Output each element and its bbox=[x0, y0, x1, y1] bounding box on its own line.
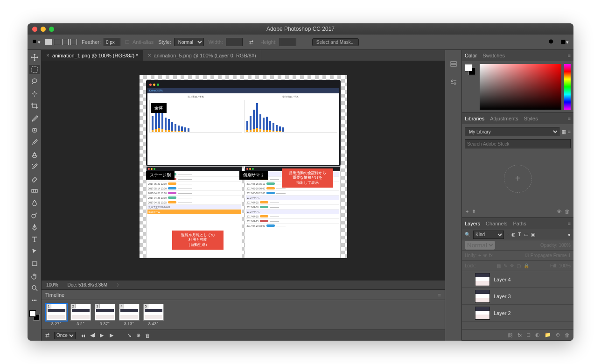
zoom-window-button[interactable] bbox=[49, 27, 54, 32]
color-swatch[interactable] bbox=[29, 310, 40, 321]
grid-view-icon[interactable]: ▦ bbox=[561, 129, 566, 135]
next-frame-button[interactable]: I▶ bbox=[108, 332, 113, 338]
properties-dock-icon[interactable] bbox=[448, 77, 459, 87]
library-drop-zone[interactable]: + bbox=[465, 151, 571, 206]
first-frame-button[interactable]: ⏮ bbox=[80, 333, 85, 338]
status-arrow-icon[interactable]: 〉 bbox=[117, 282, 121, 288]
search-icon[interactable] bbox=[547, 38, 556, 46]
move-tool[interactable] bbox=[29, 53, 40, 62]
sync-icon[interactable]: 👁 bbox=[557, 209, 562, 214]
new-layer-icon[interactable]: ⊕ bbox=[556, 332, 560, 338]
marquee-tool[interactable] bbox=[29, 65, 40, 74]
libraries-tab[interactable]: Libraries bbox=[465, 116, 484, 121]
layer-thumbnail[interactable] bbox=[475, 290, 490, 303]
tween-button[interactable]: ↘ bbox=[127, 332, 132, 338]
panel-menu-icon[interactable]: ≡ bbox=[568, 53, 571, 58]
timeline-frame[interactable]: 33.37˅ bbox=[94, 304, 116, 326]
layer-name[interactable]: Layer 2 bbox=[494, 310, 511, 316]
link-layers-icon[interactable]: ⛓ bbox=[508, 332, 513, 338]
filter-adjust-icon[interactable]: ◐ bbox=[511, 232, 516, 237]
dodge-tool[interactable] bbox=[29, 210, 40, 220]
timeline-frame[interactable]: 43.13˅ bbox=[118, 304, 140, 326]
gradient-tool[interactable] bbox=[29, 186, 40, 196]
filter-toggle-icon[interactable]: ● bbox=[568, 232, 571, 237]
convert-timeline-icon[interactable]: ⇄ bbox=[45, 332, 49, 338]
list-view-icon[interactable]: ≡ bbox=[568, 129, 571, 134]
delete-frame-button[interactable]: 🗑 bbox=[145, 333, 150, 338]
blur-tool[interactable] bbox=[29, 198, 40, 208]
color-swatch[interactable] bbox=[465, 64, 477, 110]
styles-tab[interactable]: Styles bbox=[524, 116, 538, 121]
add-content-icon[interactable]: + bbox=[466, 209, 468, 214]
filter-smart-icon[interactable]: ▣ bbox=[531, 232, 535, 237]
zoom-tool[interactable] bbox=[29, 283, 40, 293]
adjustment-layer-icon[interactable]: ◐ bbox=[535, 332, 540, 338]
channels-tab[interactable]: Channels bbox=[486, 221, 507, 226]
prev-frame-button[interactable]: ◀I bbox=[90, 332, 95, 338]
history-brush-tool[interactable] bbox=[29, 162, 40, 171]
stock-search-input[interactable] bbox=[465, 139, 571, 148]
panel-menu-icon[interactable]: ≡ bbox=[438, 292, 441, 298]
crop-tool[interactable] bbox=[29, 101, 40, 111]
clone-stamp-tool[interactable] bbox=[29, 150, 40, 159]
workspace-switcher-icon[interactable]: ▾ bbox=[560, 38, 569, 46]
layer-thumbnail[interactable] bbox=[475, 307, 490, 320]
zoom-level[interactable]: 100% bbox=[46, 282, 58, 287]
layer-row[interactable]: Layer 4 bbox=[462, 271, 573, 288]
type-tool[interactable] bbox=[29, 235, 40, 244]
duplicate-frame-button[interactable]: ⊕ bbox=[136, 332, 140, 338]
library-select[interactable]: My Library bbox=[465, 127, 559, 136]
hue-slider[interactable] bbox=[564, 64, 571, 110]
delete-layer-icon[interactable]: 🗑 bbox=[565, 332, 570, 338]
pen-tool[interactable] bbox=[29, 223, 40, 232]
filter-type-icon[interactable]: T bbox=[518, 232, 521, 237]
healing-brush-tool[interactable] bbox=[29, 126, 40, 135]
layer-row[interactable]: Layer 3 bbox=[462, 288, 573, 305]
close-window-button[interactable] bbox=[32, 27, 37, 32]
timeline-frame[interactable]: 23.2˅ bbox=[70, 304, 92, 326]
eyedropper-tool[interactable] bbox=[29, 113, 40, 123]
style-select[interactable]: Normal bbox=[174, 38, 204, 46]
layer-filter-select[interactable]: Kind bbox=[473, 231, 504, 239]
close-tab-icon[interactable]: × bbox=[148, 52, 151, 59]
intersect-selection-button[interactable] bbox=[70, 39, 77, 45]
panel-menu-icon[interactable]: ≡ bbox=[568, 116, 571, 121]
delete-lib-icon[interactable]: 🗑 bbox=[565, 209, 570, 214]
layer-name[interactable]: Layer 4 bbox=[494, 277, 511, 282]
document-tab-2[interactable]: × animation_5.png @ 100% (Layer 0, RGB/8… bbox=[143, 50, 261, 61]
doc-size[interactable]: Doc: 516.8K/3.36M bbox=[68, 282, 108, 287]
layer-mask-icon[interactable]: ◻ bbox=[526, 332, 531, 338]
select-and-mask-button[interactable]: Select and Mask... bbox=[312, 38, 359, 46]
history-dock-icon[interactable] bbox=[448, 59, 459, 70]
quick-select-tool[interactable] bbox=[29, 89, 40, 98]
edit-toolbar-icon[interactable]: ••• bbox=[29, 295, 40, 305]
swatches-tab[interactable]: Swatches bbox=[482, 53, 505, 58]
hand-tool[interactable] bbox=[29, 271, 40, 280]
filter-shape-icon[interactable]: ▭ bbox=[524, 232, 528, 237]
canvas-area[interactable]: Kairos3 SFA 売上実績／予算 受注実績／予算 bbox=[42, 61, 445, 280]
panel-menu-icon[interactable]: ≡ bbox=[568, 221, 571, 226]
paths-tab[interactable]: Paths bbox=[513, 221, 526, 226]
rectangle-tool[interactable] bbox=[29, 259, 40, 268]
document-tab-1[interactable]: × animation_1.png @ 100% (RGB/8#) * bbox=[42, 50, 143, 61]
timeline-frame[interactable]: 53.43˅ bbox=[142, 304, 165, 326]
close-tab-icon[interactable]: × bbox=[46, 52, 49, 59]
path-select-tool[interactable] bbox=[29, 247, 40, 256]
feather-input[interactable] bbox=[104, 38, 120, 46]
tool-preset-icon[interactable]: ▾ bbox=[32, 38, 41, 46]
play-button[interactable]: ▶ bbox=[100, 332, 104, 338]
layer-thumbnail[interactable] bbox=[475, 273, 490, 286]
layer-group-icon[interactable]: 📁 bbox=[545, 332, 551, 338]
loop-select[interactable]: Once bbox=[54, 332, 76, 339]
layers-tab[interactable]: Layers bbox=[465, 221, 480, 226]
subtract-selection-button[interactable] bbox=[62, 39, 69, 45]
filter-pixel-icon[interactable]: ▫ bbox=[507, 232, 509, 237]
lasso-tool[interactable] bbox=[29, 77, 40, 86]
color-tab[interactable]: Color bbox=[465, 53, 477, 58]
eraser-tool[interactable] bbox=[29, 174, 40, 183]
color-field[interactable] bbox=[480, 64, 561, 110]
timeline-frame[interactable]: 13.27˅ bbox=[45, 304, 68, 326]
layer-fx-icon[interactable]: fx bbox=[517, 332, 522, 338]
minimize-window-button[interactable] bbox=[41, 27, 46, 32]
brush-tool[interactable] bbox=[29, 138, 40, 147]
